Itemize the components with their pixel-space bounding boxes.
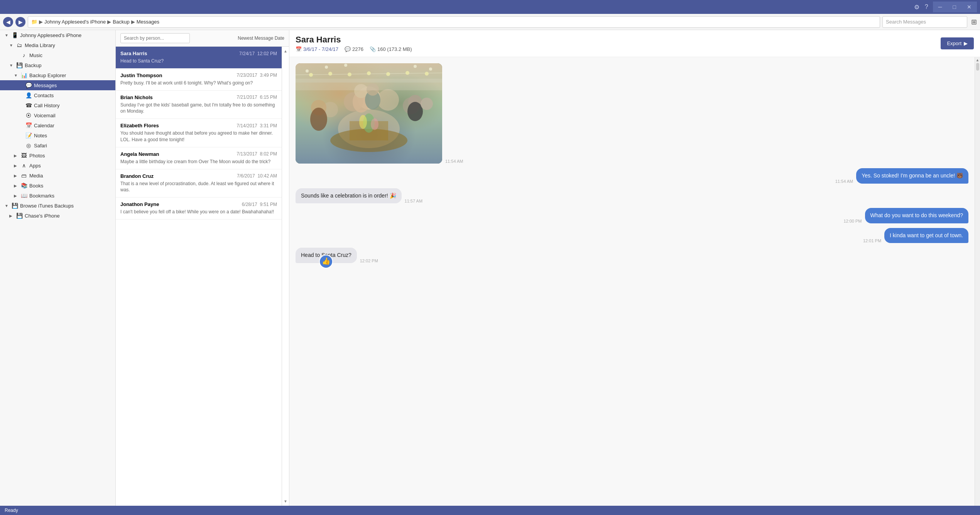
sidebar-label-backup-explorer: Backup Explorer bbox=[29, 73, 66, 78]
sidebar-icon-media: 🗃 bbox=[21, 172, 27, 179]
breadcrumb-backup: Backup bbox=[113, 19, 129, 25]
minimize-button[interactable]: ─ bbox=[933, 2, 948, 12]
sidebar: ▼📱Johnny Appleseed's iPhone▼🗂Media Libra… bbox=[0, 30, 116, 506]
sidebar-item-messages[interactable]: 💬Messages bbox=[0, 80, 115, 90]
sidebar-label-books: Books bbox=[29, 183, 43, 189]
chat-time-msg-weekend: 12:00 PM bbox=[843, 219, 862, 223]
export-arrow-icon: ▶ bbox=[964, 41, 968, 46]
sidebar-label-media-library: Media Library bbox=[25, 42, 55, 48]
back-button[interactable]: ◀ bbox=[3, 17, 13, 27]
sidebar-item-apps[interactable]: ▶∧Apps bbox=[0, 160, 115, 171]
title-bar: ⚙ ? ─ □ ✕ bbox=[0, 0, 980, 14]
sidebar-item-safari[interactable]: ◎Safari bbox=[0, 140, 115, 150]
scroll-up-arrow[interactable]: ▲ bbox=[283, 48, 288, 54]
message-item-justin-thompson[interactable]: Justin Thompson 7/23/2017 3:49 PM Pretty… bbox=[116, 69, 282, 91]
detail-meta: 📅 3/6/17 - 7/24/17 💬 2276 📎 160 (173.2 M… bbox=[296, 46, 934, 52]
search-placeholder: Search Messages bbox=[886, 19, 926, 25]
sidebar-icon-photos: 🖼 bbox=[21, 152, 27, 159]
sidebar-item-music[interactable]: ♪Music bbox=[0, 50, 115, 60]
sidebar-item-backup-explorer[interactable]: ▼📊Backup Explorer bbox=[0, 70, 115, 80]
svg-rect-23 bbox=[296, 79, 442, 90]
sender-name-justin-thompson: Justin Thompson bbox=[120, 73, 162, 78]
sidebar-item-backup[interactable]: ▼💾Backup bbox=[0, 60, 115, 70]
sidebar-item-contacts[interactable]: 👤Contacts bbox=[0, 90, 115, 100]
search-messages-box[interactable]: Search Messages bbox=[882, 16, 967, 28]
scroll-down-arrow[interactable]: ▼ bbox=[283, 498, 288, 504]
breadcrumb-messages: Messages bbox=[137, 19, 159, 25]
chat-row-msg-photo: 11:54 AM bbox=[296, 63, 968, 164]
svg-point-21 bbox=[310, 108, 327, 131]
message-item-jonathon-payne[interactable]: Jonathon Payne 6/28/17 9:51 PM I can't b… bbox=[116, 198, 282, 220]
message-preview-brian-nichols: Sunday I've got the kids' baseball game,… bbox=[120, 102, 277, 115]
contact-name: Sara Harris bbox=[296, 35, 934, 45]
sidebar-icon-backup-explorer: 📊 bbox=[21, 72, 27, 78]
message-list-scrollbar[interactable]: ▲ ▼ bbox=[282, 47, 289, 506]
message-preview-justin-thompson: Pretty busy. I'll be at work until 6 ton… bbox=[120, 80, 277, 86]
sidebar-item-media[interactable]: ▶🗃Media bbox=[0, 171, 115, 181]
reaction-badge-msg-santacruz: 👍 bbox=[319, 255, 333, 268]
message-list: Sara Harris 7/24/17 12:02 PM Head to San… bbox=[116, 47, 282, 506]
sidebar-icon-backup: 💾 bbox=[16, 62, 22, 68]
chat-time-msg-santacruz: 12:02 PM bbox=[360, 258, 378, 263]
detail-header-left: Sara Harris 📅 3/6/17 - 7/24/17 💬 2276 📎 … bbox=[296, 35, 934, 52]
sidebar-item-browse-itunes-backups[interactable]: ▼💾Browse iTunes Backups bbox=[0, 201, 115, 211]
message-date-brian-nichols: 7/21/2017 6:15 PM bbox=[237, 95, 277, 100]
list-with-scroll: Sara Harris 7/24/17 12:02 PM Head to San… bbox=[116, 47, 289, 506]
sidebar-item-books[interactable]: ▶📚Books bbox=[0, 181, 115, 191]
search-person-input[interactable] bbox=[120, 33, 190, 43]
sidebar-label-iphone-root: Johnny Appleseed's iPhone bbox=[20, 32, 81, 38]
sidebar-item-bookmarks[interactable]: ▶📖Bookmarks bbox=[0, 191, 115, 201]
grid-view-icon[interactable]: ⊞ bbox=[971, 18, 977, 26]
export-button[interactable]: Export ▶ bbox=[941, 37, 974, 49]
sidebar-icon-messages: 💬 bbox=[25, 82, 32, 88]
detail-panel: Sara Harris 📅 3/6/17 - 7/24/17 💬 2276 📎 … bbox=[289, 30, 980, 506]
close-button[interactable]: ✕ bbox=[961, 2, 977, 12]
chat-time-msg-photo: 11:54 AM bbox=[445, 159, 463, 164]
expand-arrow-backup: ▼ bbox=[9, 63, 14, 68]
message-item-brian-nichols[interactable]: Brian Nichols 7/21/2017 6:15 PM Sunday I… bbox=[116, 91, 282, 119]
sidebar-icon-bookmarks: 📖 bbox=[21, 192, 27, 199]
maximize-button[interactable]: □ bbox=[948, 2, 961, 12]
chat-row-msg-santacruz: Head to Santa Cruz? 👍 12:02 PM bbox=[296, 248, 968, 263]
window-controls: ─ □ ✕ bbox=[933, 2, 977, 12]
sender-name-sara-harris: Sara Harris bbox=[120, 51, 147, 56]
help-icon[interactable]: ? bbox=[925, 3, 928, 10]
message-item-elizabeth-flores[interactable]: Elizabeth Flores 7/14/2017 3:31 PM You s… bbox=[116, 119, 282, 147]
breadcrumb-folder-icon: 📁 bbox=[31, 19, 37, 25]
sidebar-icon-safari: ◎ bbox=[25, 142, 32, 149]
sidebar-item-photos[interactable]: ▶🖼Photos bbox=[0, 150, 115, 160]
message-preview-angela-newman: Maybe a little birthday ice cream from O… bbox=[120, 159, 277, 165]
message-item-angela-newman[interactable]: Angela Newman 7/13/2017 8:02 PM Maybe a … bbox=[116, 147, 282, 169]
chat-bubble-msg-uncle: Yes. So stoked! I'm gonna be an uncle! 🐻 bbox=[856, 168, 968, 184]
sidebar-icon-iphone-root: 📱 bbox=[12, 32, 18, 38]
sidebar-item-voicemail[interactable]: ⦿Voicemail bbox=[0, 110, 115, 120]
sort-label: Newest Message Date bbox=[238, 35, 284, 41]
sidebar-icon-chases-iphone: 💾 bbox=[16, 213, 22, 219]
sidebar-item-media-library[interactable]: ▼🗂Media Library bbox=[0, 40, 115, 50]
sidebar-item-notes[interactable]: 📝Notes bbox=[0, 130, 115, 140]
sidebar-item-call-history[interactable]: ☎Call History bbox=[0, 100, 115, 110]
forward-button[interactable]: ▶ bbox=[15, 17, 25, 27]
sender-name-elizabeth-flores: Elizabeth Flores bbox=[120, 123, 159, 128]
scroll-thumb[interactable] bbox=[976, 63, 979, 71]
message-item-sara-harris[interactable]: Sara Harris 7/24/17 12:02 PM Head to San… bbox=[116, 47, 282, 69]
chat-time-msg-uncle: 11:54 AM bbox=[835, 179, 853, 184]
speech-bubble-icon: 💬 bbox=[345, 46, 351, 52]
sidebar-label-bookmarks: Bookmarks bbox=[29, 193, 54, 199]
gear-icon[interactable]: ⚙ bbox=[914, 3, 919, 11]
svg-point-19 bbox=[421, 98, 433, 110]
sidebar-label-media: Media bbox=[29, 173, 43, 179]
chat-bubble-msg-weekend: What do you want to do this weekend? bbox=[865, 208, 968, 223]
sidebar-item-calendar[interactable]: 📅Calendar bbox=[0, 120, 115, 130]
sidebar-label-music: Music bbox=[29, 52, 42, 58]
sidebar-label-calendar: Calendar bbox=[34, 123, 54, 128]
sidebar-item-chases-iphone[interactable]: ▶💾Chase's iPhone bbox=[0, 211, 115, 221]
sidebar-item-iphone-root[interactable]: ▼📱Johnny Appleseed's iPhone bbox=[0, 30, 115, 40]
expand-arrow-apps: ▶ bbox=[14, 164, 19, 168]
sidebar-icon-browse-itunes-backups: 💾 bbox=[12, 203, 18, 209]
message-preview-brandon-cruz: That is a new level of procrastination, … bbox=[120, 181, 277, 194]
sidebar-label-photos: Photos bbox=[29, 153, 45, 159]
breadcrumb-device: Johnny Appleseed's iPhone bbox=[44, 19, 106, 25]
message-item-brandon-cruz[interactable]: Brandon Cruz 7/6/2017 10:42 AM That is a… bbox=[116, 169, 282, 198]
detail-scrollbar[interactable]: ▲ bbox=[975, 57, 980, 506]
